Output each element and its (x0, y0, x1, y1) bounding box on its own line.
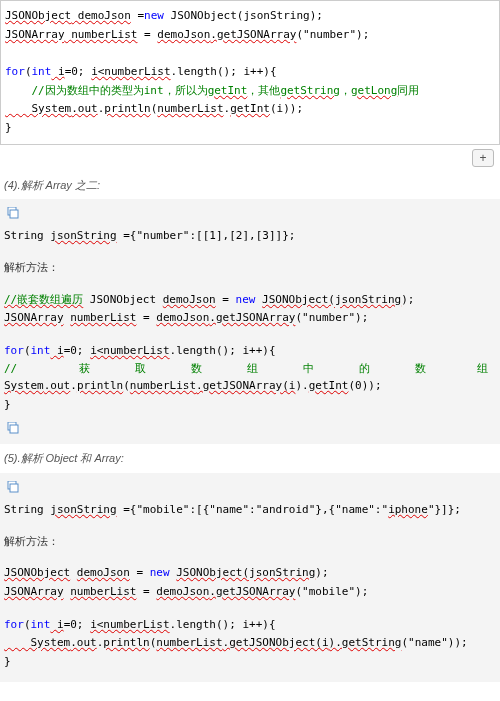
copy-icon[interactable] (6, 422, 20, 434)
toolbar-row: + (0, 145, 500, 171)
code-block-2: String jsonString ={"number":[[1],[2],[3… (0, 199, 500, 444)
code-block-1: JSONObject demoJson =new JSONObject(json… (0, 0, 500, 145)
method-label: 解析方法： (4, 260, 496, 277)
method-label: 解析方法： (4, 534, 496, 551)
copy-icon[interactable] (6, 481, 20, 493)
svg-rect-3 (10, 425, 18, 433)
svg-rect-1 (10, 210, 18, 218)
svg-rect-5 (10, 484, 18, 492)
copy-icon[interactable] (6, 207, 20, 219)
section-5-title: (5).解析 Object 和 Array: (0, 444, 500, 473)
spaced-comment: // 获 取 数 组 中 的 数 组 (4, 361, 496, 378)
code-block-3: String jsonString ={"mobile":[{"name":"a… (0, 473, 500, 682)
add-button[interactable]: + (472, 149, 494, 167)
section-4-title: (4).解析 Array 之二: (0, 171, 500, 200)
